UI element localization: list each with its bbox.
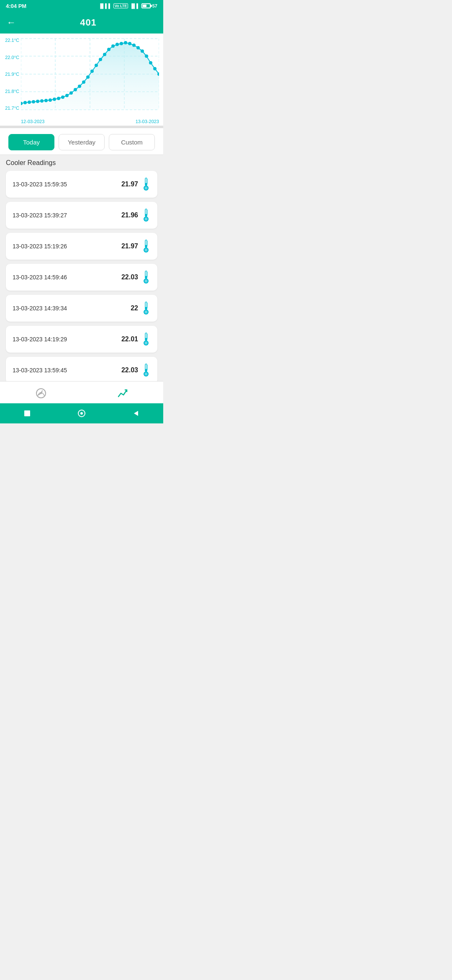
stop-button[interactable] — [22, 408, 32, 418]
reading-value: 21.96 — [121, 211, 138, 219]
svg-point-38 — [136, 46, 140, 49]
reading-datetime: 13-03-2023 15:39:27 — [13, 212, 67, 219]
status-time: 4:04 PM — [6, 3, 26, 9]
svg-rect-65 — [145, 245, 147, 248]
svg-point-39 — [141, 49, 144, 53]
y-label-2: 22.0°C — [0, 55, 21, 60]
status-bar: 4:04 PM ▐▌▌▌ Vo LTE ▐▌▌ 57 — [0, 0, 163, 12]
svg-rect-73 — [145, 276, 147, 279]
reading-card: 13-03-2023 14:59:46 22.03 — [6, 264, 157, 291]
svg-point-19 — [57, 97, 60, 100]
reading-datetime: 13-03-2023 15:19:26 — [13, 243, 67, 250]
readings-scroll[interactable]: Cooler Readings 13-03-2023 15:59:35 21.9… — [0, 155, 163, 381]
x-label-right: 13-03-2023 — [136, 119, 159, 124]
readings-section: Cooler Readings 13-03-2023 15:59:35 21.9… — [0, 155, 163, 381]
svg-rect-102 — [24, 410, 30, 416]
home-button[interactable] — [77, 408, 87, 418]
svg-point-13 — [32, 100, 35, 103]
yesterday-button[interactable]: Yesterday — [59, 134, 105, 150]
thermometer-icon — [141, 332, 151, 347]
svg-point-26 — [86, 75, 90, 79]
svg-point-75 — [145, 280, 148, 283]
reading-datetime: 13-03-2023 14:19:29 — [13, 336, 67, 343]
svg-point-91 — [145, 342, 148, 345]
svg-point-40 — [145, 54, 148, 58]
dashboard-nav-item[interactable] — [27, 386, 55, 401]
thermometer-icon — [141, 177, 151, 192]
reading-value: 22 — [131, 304, 138, 312]
chart-svg — [21, 38, 159, 111]
reading-value: 22.01 — [121, 335, 138, 343]
svg-point-41 — [149, 61, 152, 64]
svg-point-17 — [49, 98, 52, 102]
svg-point-83 — [145, 311, 148, 314]
reading-card: 13-03-2023 14:39:34 22 — [6, 295, 157, 322]
y-label-4: 21.8°C — [0, 89, 21, 94]
svg-point-32 — [111, 44, 115, 48]
signal2-icon: ▐▌▌ — [130, 3, 139, 8]
today-button[interactable]: Today — [8, 134, 54, 150]
back-button[interactable]: ← — [7, 17, 16, 28]
back-nav-button[interactable] — [131, 408, 141, 418]
filter-section: Today Yesterday Custom — [0, 128, 163, 155]
home-icon — [77, 409, 86, 418]
custom-button[interactable]: Custom — [109, 134, 155, 150]
svg-rect-81 — [145, 307, 147, 309]
page-title: 401 — [20, 17, 157, 28]
svg-rect-89 — [145, 338, 147, 340]
chart-nav-item[interactable] — [108, 386, 137, 401]
svg-point-29 — [99, 58, 102, 61]
svg-point-20 — [61, 95, 64, 99]
reading-card: 13-03-2023 13:59:45 22.03 — [6, 357, 157, 381]
svg-point-22 — [69, 91, 73, 95]
android-nav — [0, 403, 163, 423]
battery-icon — [141, 3, 151, 8]
reading-value-group: 21.97 — [121, 239, 151, 254]
dashboard-icon — [35, 387, 47, 399]
y-label-3: 21.9°C — [0, 72, 21, 77]
status-icons: ▐▌▌▌ Vo LTE ▐▌▌ 57 — [99, 3, 158, 8]
reading-value: 22.03 — [121, 273, 138, 281]
reading-datetime: 13-03-2023 14:59:46 — [13, 274, 67, 281]
svg-marker-105 — [134, 411, 138, 416]
x-axis: 12-03-2023 13-03-2023 — [21, 119, 159, 124]
back-nav-icon — [132, 410, 140, 417]
reading-datetime: 13-03-2023 13:59:45 — [13, 367, 67, 374]
svg-point-34 — [120, 42, 123, 45]
header: ← 401 — [0, 12, 163, 34]
y-axis: 22.1°C 22.0°C 21.9°C 21.8°C 21.7°C — [0, 38, 21, 111]
svg-point-104 — [80, 412, 83, 415]
stop-icon — [23, 410, 31, 417]
svg-point-15 — [40, 99, 44, 103]
svg-point-99 — [145, 373, 148, 376]
svg-point-27 — [90, 70, 94, 73]
thermometer-icon — [141, 301, 151, 316]
svg-point-25 — [82, 80, 85, 84]
svg-point-30 — [103, 53, 106, 56]
svg-point-18 — [53, 98, 56, 101]
reading-card: 13-03-2023 14:19:29 22.01 — [6, 326, 157, 353]
svg-point-28 — [95, 64, 98, 67]
y-label-5: 21.7°C — [0, 106, 21, 111]
svg-point-12 — [28, 101, 31, 104]
svg-point-23 — [74, 88, 77, 91]
reading-value: 21.97 — [121, 181, 138, 188]
temperature-chart: 22.1°C 22.0°C 21.9°C 21.8°C 21.7°C — [0, 34, 163, 126]
svg-point-16 — [44, 99, 48, 102]
bottom-nav — [0, 381, 163, 403]
svg-rect-49 — [145, 183, 147, 186]
reading-value: 22.03 — [121, 366, 138, 374]
reading-value-group: 22 — [131, 301, 151, 316]
svg-point-42 — [153, 67, 157, 70]
readings-list: 13-03-2023 15:59:35 21.97 13-03-2023 15:… — [6, 171, 157, 381]
svg-point-31 — [107, 48, 110, 51]
reading-value-group: 22.03 — [121, 363, 151, 378]
svg-point-51 — [145, 187, 148, 190]
svg-point-14 — [36, 100, 39, 103]
signal-icon: ▐▌▌▌ — [99, 3, 112, 8]
reading-card: 13-03-2023 15:39:27 21.96 — [6, 202, 157, 229]
svg-point-21 — [65, 94, 69, 97]
chart-nav-icon — [117, 387, 128, 399]
reading-value-group: 22.01 — [121, 332, 151, 347]
reading-value-group: 22.03 — [121, 270, 151, 285]
